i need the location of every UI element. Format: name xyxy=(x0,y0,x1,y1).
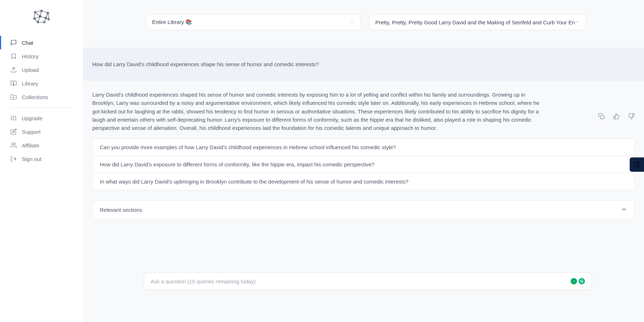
chat-icon xyxy=(10,39,17,46)
suggestion-item[interactable]: In what ways did Larry David's upbringin… xyxy=(92,173,635,190)
logout-icon xyxy=(10,156,17,162)
copy-button[interactable] xyxy=(598,113,605,119)
users-icon xyxy=(10,142,17,148)
panel-icon xyxy=(634,161,640,168)
sidebar-item-chat[interactable]: Chat xyxy=(0,36,83,49)
sidebar-item-label: Upload xyxy=(22,67,39,73)
upload-icon xyxy=(10,67,17,73)
document-dropdown-label: Pretty, Pretty, Pretty Good Larry David … xyxy=(375,19,575,25)
sidebar-item-label: Collections xyxy=(22,94,48,100)
bookmark-icon xyxy=(10,53,17,59)
question-input[interactable] xyxy=(151,278,571,284)
svg-line-10 xyxy=(42,11,48,13)
svg-line-9 xyxy=(35,11,42,12)
relevant-sections-toggle[interactable]: Relevant sections xyxy=(92,200,635,219)
book-icon xyxy=(10,80,17,87)
sidebar-item-label: Sign out xyxy=(22,156,42,162)
question-input-bar[interactable]: ♀ G xyxy=(144,273,592,290)
svg-line-13 xyxy=(46,13,48,18)
answer-actions xyxy=(577,91,635,132)
side-panel-toggle[interactable] xyxy=(630,157,644,172)
sidebar-item-upload[interactable]: Upload xyxy=(0,63,83,77)
sidebar-item-label: Library xyxy=(22,80,38,87)
hint-badge-icon[interactable]: ♀ xyxy=(571,278,577,284)
sidebar-item-label: Chat xyxy=(22,40,33,46)
chevron-down-icon xyxy=(621,206,627,214)
svg-point-35 xyxy=(12,143,14,145)
user-question-text: How did Larry David's childhood experien… xyxy=(92,61,635,67)
assistant-answer-block: Larry David's childhood experiences shap… xyxy=(83,80,644,138)
svg-line-14 xyxy=(40,16,46,18)
user-question-block: How did Larry David's childhood experien… xyxy=(83,48,644,80)
assistant-answer-text: Larry David's childhood experiences shap… xyxy=(92,91,547,132)
chevron-down-icon xyxy=(350,19,355,25)
svg-rect-38 xyxy=(634,162,639,167)
sidebar-item-support[interactable]: Support xyxy=(0,125,83,138)
sidebar-item-label: Affiliate xyxy=(22,142,39,148)
sidebar-item-upgrade[interactable]: Upgrade xyxy=(0,111,83,125)
document-dropdown[interactable]: Pretty, Pretty, Pretty Good Larry David … xyxy=(369,14,586,30)
sidebar-item-library[interactable]: Library xyxy=(0,77,83,90)
sidebar-item-history[interactable]: History xyxy=(0,49,83,63)
app-logo xyxy=(31,9,83,26)
chevron-down-icon xyxy=(575,19,580,25)
main-content: Entire Library 📚 Pretty, Pretty, Pretty … xyxy=(83,0,644,322)
sidebar-item-signout[interactable]: Sign out xyxy=(0,152,83,166)
thumbs-up-button[interactable] xyxy=(613,113,620,119)
topbar: Entire Library 📚 Pretty, Pretty, Pretty … xyxy=(83,0,644,48)
sliders-icon xyxy=(10,115,17,121)
sidebar-divider xyxy=(9,107,74,108)
input-extras: ♀ G xyxy=(571,278,585,284)
grammarly-icon[interactable]: G xyxy=(579,278,585,284)
svg-line-11 xyxy=(35,12,40,16)
edit-icon xyxy=(10,128,17,135)
suggestion-item[interactable]: Can you provide more examples of how Lar… xyxy=(92,138,635,156)
svg-line-12 xyxy=(40,11,42,16)
followup-suggestions: Can you provide more examples of how Lar… xyxy=(83,138,644,190)
scope-dropdown[interactable]: Entire Library 📚 xyxy=(146,14,361,30)
svg-line-16 xyxy=(34,19,38,22)
svg-rect-37 xyxy=(601,116,604,119)
scope-dropdown-label: Entire Library 📚 xyxy=(152,19,192,25)
sidebar-item-affiliate[interactable]: Affiliate xyxy=(0,138,83,152)
relevant-sections-label: Relevant sections xyxy=(100,207,142,213)
folder-plus-icon xyxy=(10,94,17,100)
sidebar-item-label: Support xyxy=(22,129,41,135)
sidebar-item-collections[interactable]: Collections xyxy=(0,90,83,104)
sidebar: Chat History Upload Library Collections … xyxy=(0,0,83,322)
suggestion-item[interactable]: How did Larry David's exposure to differ… xyxy=(92,156,635,173)
thumbs-down-button[interactable] xyxy=(628,113,635,119)
sidebar-item-label: History xyxy=(22,53,39,59)
sidebar-item-label: Upgrade xyxy=(22,115,43,121)
